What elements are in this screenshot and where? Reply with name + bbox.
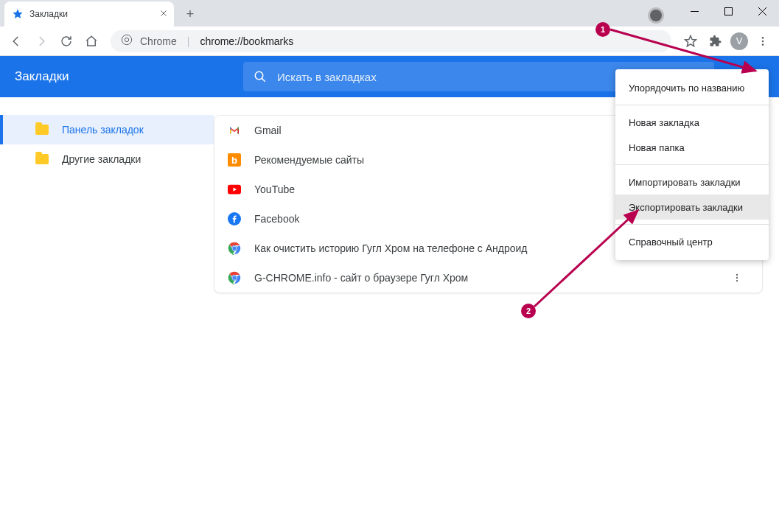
sidebar-item-other-bookmarks[interactable]: Другие закладки bbox=[0, 144, 214, 174]
menu-new-bookmark[interactable]: Новая закладка bbox=[615, 110, 769, 135]
menu-sort-by-name[interactable]: Упорядочить по названию bbox=[615, 75, 769, 100]
url-text: chrome://bookmarks bbox=[200, 35, 293, 47]
bookmark-title: Facebook bbox=[254, 213, 299, 225]
bookmark-star-button[interactable] bbox=[680, 31, 701, 52]
account-indicator-icon[interactable] bbox=[648, 7, 664, 24]
youtube-icon bbox=[228, 183, 241, 196]
search-icon bbox=[254, 70, 267, 83]
menu-item-label: Импортировать закладки bbox=[629, 177, 741, 188]
menu-help-center[interactable]: Справочный центр bbox=[615, 229, 769, 254]
svg-point-24 bbox=[736, 277, 738, 279]
menu-item-label: Экспортировать закладки bbox=[629, 202, 743, 213]
profile-avatar[interactable]: V bbox=[730, 32, 748, 50]
chrome-menu-button[interactable] bbox=[752, 31, 773, 52]
menu-import-bookmarks[interactable]: Импортировать закладки bbox=[615, 169, 769, 195]
menu-item-label: Справочный центр bbox=[629, 237, 713, 248]
extensions-button[interactable] bbox=[705, 31, 726, 52]
folder-icon bbox=[35, 154, 49, 164]
annotation-marker-2: 2 bbox=[521, 304, 536, 318]
menu-separator bbox=[615, 105, 769, 105]
maximize-button[interactable] bbox=[711, 0, 745, 22]
bookmark-title: Рекомендуемые сайты bbox=[254, 154, 364, 166]
tab-title: Закладки bbox=[29, 9, 68, 19]
svg-point-6 bbox=[255, 71, 263, 80]
svg-point-23 bbox=[736, 274, 738, 276]
new-tab-button[interactable]: + bbox=[180, 4, 200, 24]
bing-icon: b bbox=[228, 153, 241, 167]
back-button[interactable] bbox=[6, 31, 27, 52]
menu-separator bbox=[615, 164, 769, 165]
bookmark-row[interactable]: G-CHROME.info - сайт о браузере Гугл Хро… bbox=[214, 263, 762, 293]
annotation-marker-1: 1 bbox=[595, 22, 610, 37]
svg-point-25 bbox=[736, 280, 738, 281]
star-icon bbox=[12, 8, 24, 20]
svg-point-2 bbox=[125, 38, 128, 41]
browser-tab[interactable]: Закладки bbox=[4, 1, 174, 27]
gmail-icon bbox=[228, 124, 241, 137]
bookmark-title: Gmail bbox=[254, 125, 282, 136]
forward-button[interactable] bbox=[31, 31, 52, 52]
menu-item-label: Новая закладка bbox=[629, 117, 699, 128]
close-window-button[interactable] bbox=[745, 0, 779, 22]
chrome-icon bbox=[228, 242, 241, 255]
organize-dropdown: Упорядочить по названию Новая закладка Н… bbox=[615, 69, 769, 260]
address-bar[interactable]: Chrome | chrome://bookmarks bbox=[111, 30, 671, 52]
svg-point-5 bbox=[762, 43, 764, 46]
menu-item-label: Упорядочить по названию bbox=[629, 83, 744, 94]
chrome-icon bbox=[121, 34, 133, 48]
folder-icon bbox=[35, 125, 49, 135]
menu-new-folder[interactable]: Новая папка bbox=[615, 135, 769, 160]
menu-separator bbox=[615, 224, 769, 225]
svg-point-3 bbox=[762, 37, 764, 39]
svg-point-15 bbox=[232, 246, 236, 250]
browser-toolbar: Chrome | chrome://bookmarks V bbox=[0, 27, 779, 56]
sidebar-item-bookmark-bar[interactable]: Панель закладок bbox=[0, 115, 214, 144]
scheme-label: Chrome bbox=[140, 35, 177, 47]
facebook-icon bbox=[228, 212, 241, 225]
sidebar-item-label: Панель закладок bbox=[62, 124, 144, 136]
close-tab-icon[interactable] bbox=[159, 8, 168, 20]
window-controls bbox=[648, 0, 779, 24]
svg-point-4 bbox=[762, 40, 764, 42]
home-button[interactable] bbox=[81, 31, 102, 52]
window-titlebar: Закладки + bbox=[0, 0, 779, 27]
chrome-icon bbox=[228, 271, 241, 284]
minimize-button[interactable] bbox=[677, 0, 711, 22]
bookmark-title: Как очистить историю Гугл Хром на телефо… bbox=[254, 242, 528, 254]
row-menu-button[interactable] bbox=[725, 266, 749, 290]
avatar-letter: V bbox=[736, 35, 743, 46]
bookmark-title: YouTube bbox=[254, 183, 295, 195]
svg-point-1 bbox=[122, 35, 131, 44]
bookmark-title: G-CHROME.info - сайт о браузере Гугл Хро… bbox=[254, 272, 468, 284]
sidebar-item-label: Другие закладки bbox=[62, 153, 141, 165]
menu-item-label: Новая папка bbox=[629, 142, 685, 153]
menu-export-bookmarks[interactable]: Экспортировать закладки bbox=[615, 195, 769, 220]
page-title: Закладки bbox=[15, 69, 228, 84]
svg-rect-0 bbox=[724, 7, 732, 15]
separator: | bbox=[187, 35, 190, 47]
reload-button[interactable] bbox=[56, 31, 77, 52]
svg-point-22 bbox=[232, 276, 236, 279]
sidebar: Панель закладок Другие закладки bbox=[0, 97, 214, 532]
